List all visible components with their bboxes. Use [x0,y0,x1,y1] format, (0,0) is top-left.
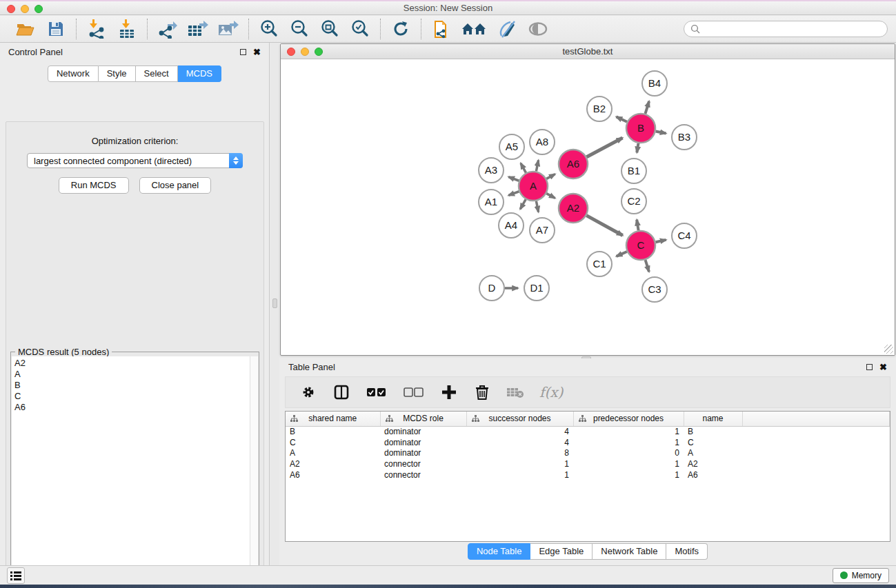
open-session-button[interactable] [15,19,36,39]
task-history-button[interactable] [7,567,25,584]
result-item[interactable]: A2 [14,358,247,369]
close-panel-icon[interactable]: ✖ [253,49,261,55]
table-settings-button[interactable] [299,383,317,401]
export-table-button[interactable] [188,19,208,39]
graph-edge-A-A1[interactable] [508,192,519,196]
hide-annotations-button[interactable] [497,19,518,39]
table-cell[interactable]: 1 [573,426,684,437]
graph-edge-C-C2[interactable] [637,220,638,231]
graph-edge-A2-C[interactable] [586,216,622,236]
graph-edge-B-B3[interactable] [656,131,666,133]
graph-edge-A6-B[interactable] [586,138,622,157]
graph-edge-B-B2[interactable] [616,116,627,121]
graph-edge-A-A4[interactable] [520,199,526,209]
graph-edge-A-A5[interactable] [521,163,526,173]
import-network-button[interactable] [86,19,107,39]
delete-table-button[interactable] [506,383,524,401]
search-input[interactable] [700,24,881,34]
table-cell[interactable]: 1 [573,469,684,480]
result-scrollbar[interactable] [250,356,258,588]
table-cell[interactable]: B [684,426,742,437]
zoom-selected-button[interactable] [350,19,370,39]
memory-button[interactable]: Memory [833,568,889,583]
graph-edge-B-B1[interactable] [637,143,638,153]
run-mcds-button[interactable]: Run MCDS [59,177,129,194]
table-cell[interactable]: dominator [380,437,466,448]
graph-edge-A-A8[interactable] [536,160,538,171]
table-cell[interactable]: 1 [466,469,573,480]
tab-select[interactable]: Select [136,65,178,82]
export-image-button[interactable] [218,19,239,39]
window-controls[interactable] [7,5,43,13]
graph-edge-C-C1[interactable] [617,252,627,256]
column-header-successor-nodes[interactable]: successor nodes [466,412,573,426]
table-cell[interactable]: A6 [684,469,742,480]
graph-edge-A-A3[interactable] [508,177,519,181]
table-cell[interactable]: dominator [380,426,466,437]
save-session-button[interactable] [46,19,66,39]
graph-edge-C-C4[interactable] [655,240,666,242]
column-header-MCDS-role[interactable]: MCDS role [380,412,466,426]
table-cell[interactable]: 4 [466,426,573,437]
zoom-out-button[interactable] [289,19,310,39]
network-window-controls[interactable] [287,48,323,56]
zoom-in-button[interactable] [259,19,279,39]
close-table-panel-icon[interactable]: ✖ [879,364,887,370]
graph-edge-B-B4[interactable] [645,101,649,114]
node-table[interactable]: shared nameMCDS rolesuccessor nodesprede… [285,411,890,542]
deselect-all-button[interactable] [403,383,425,401]
table-row[interactable]: Bdominator41B [286,426,890,437]
table-row[interactable]: A2connector11A2 [286,458,890,469]
search-field[interactable] [684,21,888,37]
show-hide-graphics-button[interactable] [528,19,548,39]
graph-edge-A-A6[interactable] [546,174,555,179]
table-row[interactable]: A6connector11A6 [286,469,890,480]
network-graph[interactable]: B4B2BB3A5A8A6A3B1AA1C2A2A4A7C4CC1C3DD1 [281,60,895,355]
home-button[interactable] [461,19,488,39]
close-panel-button[interactable]: Close panel [139,177,212,194]
table-cell[interactable]: 1 [573,437,684,448]
table-cell[interactable]: dominator [380,447,466,458]
clone-network-button[interactable] [431,19,452,39]
zoom-window-button[interactable] [34,5,43,13]
float-table-panel-icon[interactable] [866,364,873,370]
tab-motifs[interactable]: Motifs [666,543,708,560]
table-cell[interactable]: A [684,447,742,458]
result-item[interactable]: C [14,391,247,402]
result-item[interactable]: A6 [14,402,247,413]
result-item[interactable]: A [14,369,247,380]
window-resize-grip[interactable] [884,345,893,354]
table-cell[interactable]: 0 [573,447,684,458]
column-header-name[interactable]: name [684,412,742,426]
function-builder-button[interactable]: f(x) [539,384,563,401]
table-cell[interactable]: connector [380,469,466,480]
graph-edge-A-A2[interactable] [546,194,555,199]
criterion-dropdown[interactable]: largest connected component (directed) [27,153,243,168]
tab-edge-table[interactable]: Edge Table [530,543,593,560]
select-all-button[interactable] [366,383,388,401]
tab-network-table[interactable]: Network Table [593,543,666,560]
splitter-handle[interactable] [272,298,277,308]
refresh-button[interactable] [390,19,411,39]
table-row[interactable]: Adominator80A [286,447,890,458]
tab-mcds[interactable]: MCDS [178,65,221,82]
zoom-fit-button[interactable] [319,19,340,39]
table-cell[interactable]: 4 [466,437,573,448]
panel-splitter[interactable] [270,43,279,565]
export-network-button[interactable] [157,19,178,39]
table-cell[interactable]: A2 [684,458,742,469]
table-cell[interactable]: A2 [286,458,380,469]
show-columns-button[interactable] [332,383,350,401]
table-cell[interactable]: connector [380,458,466,469]
table-cell[interactable]: B [286,426,380,437]
delete-row-button[interactable] [473,383,491,401]
table-row[interactable]: Cdominator41C [286,437,890,448]
close-window-button[interactable] [7,5,15,13]
table-cell[interactable]: 8 [466,447,573,458]
tab-node-table[interactable]: Node Table [468,543,531,560]
add-row-button[interactable] [440,383,458,401]
table-cell[interactable]: A6 [286,469,380,480]
graph-edge-A-A7[interactable] [536,201,538,212]
minimize-window-button[interactable] [21,5,29,13]
zoom-network-button[interactable] [315,48,323,56]
